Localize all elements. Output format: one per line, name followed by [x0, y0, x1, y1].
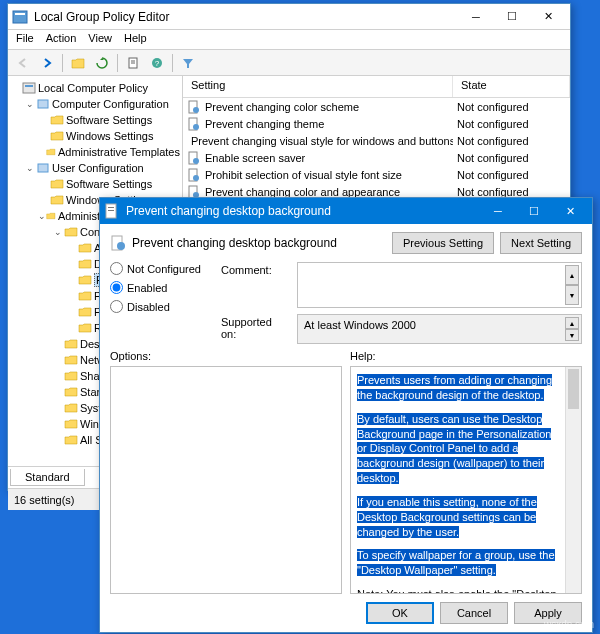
help-scrollbar[interactable] [565, 367, 581, 593]
supported-label: Supported on: [221, 314, 289, 340]
policy-heading: Prevent changing desktop background [110, 235, 386, 251]
state-radios: Not Configured Enabled Disabled [110, 262, 215, 344]
tree-item[interactable]: ⌄Computer Configuration [10, 96, 180, 112]
col-state[interactable]: State [453, 76, 570, 97]
dialog-maximize-button[interactable]: ☐ [516, 200, 552, 222]
menu-view[interactable]: View [88, 32, 112, 47]
ok-button[interactable]: OK [366, 602, 434, 624]
back-button [12, 52, 34, 74]
options-box[interactable] [110, 366, 342, 594]
policy-dialog: Prevent changing desktop background ─ ☐ … [99, 197, 593, 633]
list-row[interactable]: Prevent changing visual style for window… [183, 132, 570, 149]
tree-item[interactable]: Software Settings [10, 112, 180, 128]
menubar: File Action View Help [8, 30, 570, 50]
titlebar[interactable]: Local Group Policy Editor ─ ☐ ✕ [8, 4, 570, 30]
window-title: Local Group Policy Editor [34, 10, 458, 24]
policy-heading-icon [110, 235, 126, 251]
radio-disabled[interactable]: Disabled [110, 300, 215, 313]
menu-help[interactable]: Help [124, 32, 147, 47]
tab-standard[interactable]: Standard [10, 469, 85, 486]
svg-point-14 [193, 124, 199, 130]
list-row[interactable]: Prohibit selection of visual style font … [183, 166, 570, 183]
svg-rect-8 [25, 85, 33, 87]
svg-point-31 [117, 242, 125, 250]
list-row[interactable]: Enable screen saverNot configured [183, 149, 570, 166]
radio-enabled[interactable]: Enabled [110, 281, 215, 294]
comment-spinner[interactable]: ▲▼ [565, 265, 579, 305]
help-label: Help: [350, 350, 582, 362]
svg-rect-0 [13, 11, 27, 23]
menu-file[interactable]: File [16, 32, 34, 47]
svg-rect-9 [38, 100, 48, 108]
minimize-button[interactable]: ─ [458, 6, 494, 28]
help-box[interactable]: Prevents users from adding or changing t… [350, 366, 582, 594]
help-button[interactable]: ? [146, 52, 168, 74]
svg-rect-7 [23, 83, 35, 93]
close-button[interactable]: ✕ [530, 6, 566, 28]
supported-spinner[interactable]: ▲▼ [565, 317, 579, 341]
up-button[interactable] [67, 52, 89, 74]
toolbar: ? [8, 50, 570, 76]
list-row[interactable]: Prevent changing themeNot configured [183, 115, 570, 132]
options-label: Options: [110, 350, 342, 362]
dialog-minimize-button[interactable]: ─ [480, 200, 516, 222]
forward-button[interactable] [36, 52, 58, 74]
tree-item[interactable]: Software Settings [10, 176, 180, 192]
cancel-button[interactable]: Cancel [440, 602, 508, 624]
tree-item[interactable]: Windows Settings [10, 128, 180, 144]
menu-action[interactable]: Action [46, 32, 77, 47]
previous-setting-button[interactable]: Previous Setting [392, 232, 494, 254]
refresh-button[interactable] [91, 52, 113, 74]
dialog-close-button[interactable]: ✕ [552, 200, 588, 222]
svg-rect-29 [108, 210, 114, 211]
watermark: wsxdn.com [544, 619, 594, 630]
comment-input[interactable]: ▲▼ [297, 262, 582, 308]
svg-rect-1 [15, 13, 25, 15]
dialog-titlebar[interactable]: Prevent changing desktop background ─ ☐ … [100, 198, 592, 224]
svg-rect-28 [108, 207, 114, 208]
filter-button[interactable] [177, 52, 199, 74]
maximize-button[interactable]: ☐ [494, 6, 530, 28]
col-setting[interactable]: Setting [183, 76, 453, 97]
svg-rect-10 [38, 164, 48, 172]
gpedit-icon [12, 9, 28, 25]
tree-item[interactable]: Local Computer Policy [10, 80, 180, 96]
dialog-title: Prevent changing desktop background [126, 204, 480, 218]
tree-item[interactable]: Administrative Templates [10, 144, 180, 160]
svg-point-12 [193, 107, 199, 113]
svg-text:?: ? [155, 59, 160, 68]
next-setting-button[interactable]: Next Setting [500, 232, 582, 254]
radio-not-configured[interactable]: Not Configured [110, 262, 215, 275]
comment-label: Comment: [221, 262, 289, 276]
list-row[interactable]: Prevent changing color schemeNot configu… [183, 98, 570, 115]
svg-point-18 [193, 158, 199, 164]
list-header[interactable]: Setting State [183, 76, 570, 98]
svg-point-20 [193, 175, 199, 181]
properties-button[interactable] [122, 52, 144, 74]
status-text: 16 setting(s) [14, 494, 75, 506]
policy-icon [104, 203, 120, 219]
supported-box: At least Windows 2000 ▲▼ [297, 314, 582, 344]
tree-item[interactable]: ⌄User Configuration [10, 160, 180, 176]
